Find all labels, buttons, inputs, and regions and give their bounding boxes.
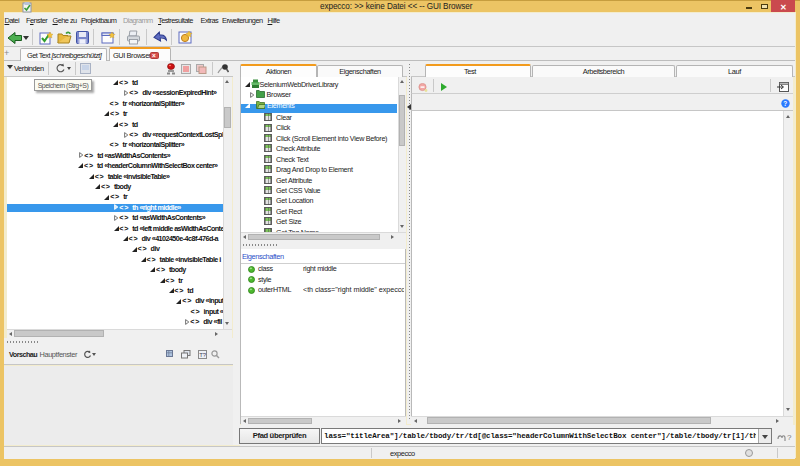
svg-text:?: ?: [783, 100, 787, 107]
svg-text:T?: T?: [199, 352, 207, 358]
svg-text:?: ?: [787, 433, 792, 442]
